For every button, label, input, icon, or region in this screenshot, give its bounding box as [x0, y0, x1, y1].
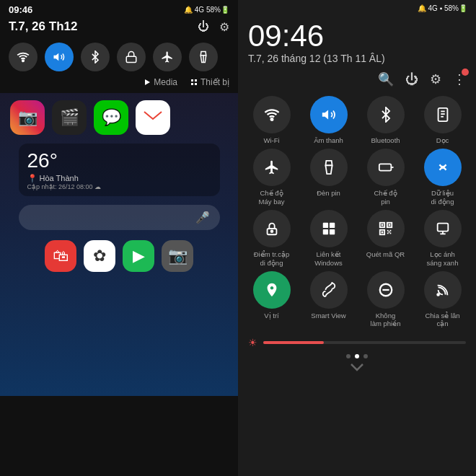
svg-rect-31: [389, 233, 391, 234]
battery-circle: [367, 149, 405, 186]
instagram-icon[interactable]: 📷: [10, 100, 45, 135]
dnd-circle: [367, 271, 405, 309]
settings-icon[interactable]: ⚙: [219, 20, 229, 34]
tile-torch[interactable]: Đèn pin: [302, 149, 355, 206]
svg-point-17: [270, 230, 273, 232]
svg-rect-19: [329, 223, 334, 228]
brightness-row: ☀: [238, 331, 476, 351]
device-btn[interactable]: Thiết bị: [190, 77, 229, 87]
svg-rect-29: [389, 230, 391, 232]
sound-toggle[interactable]: [45, 43, 74, 71]
tile-wifi[interactable]: Wi-Fi: [245, 96, 298, 144]
play-icon[interactable]: ▶: [123, 240, 154, 272]
svg-point-9: [270, 118, 273, 120]
tile-doc-label: Dọc: [436, 136, 449, 144]
search-action-icon[interactable]: 🔍: [378, 71, 394, 87]
svg-rect-25: [388, 224, 390, 226]
wifi-toggle[interactable]: [9, 43, 38, 71]
svg-rect-5: [195, 79, 197, 81]
tile-bluetooth[interactable]: Bluetooth: [359, 96, 412, 144]
line-icon[interactable]: 💬: [94, 100, 128, 135]
brightness-slider[interactable]: [263, 341, 466, 344]
weather-update: Cập nhật: 26/12 08:00 ☁: [27, 183, 211, 190]
svg-rect-6: [191, 83, 193, 85]
tile-windows[interactable]: Liên kếtWindows: [302, 210, 355, 267]
svg-rect-23: [381, 224, 383, 226]
right-date: T.7, 26 tháng 12 (13 Th 11 ÂL): [248, 53, 466, 64]
hotspot-circle: [253, 210, 291, 247]
data-circle: [424, 149, 462, 186]
tile-location-label: Vị trí: [264, 312, 278, 319]
svg-rect-4: [191, 79, 193, 81]
tile-airplane[interactable]: Chế độMáy bay: [245, 149, 298, 206]
svg-rect-27: [381, 232, 383, 234]
tile-wifi-label: Wi-Fi: [263, 136, 279, 144]
shop-icon[interactable]: 🛍: [45, 240, 76, 272]
airplane-toggle[interactable]: [153, 43, 182, 71]
right-status-icons: 🔔 4G ▪ 58%🔋: [418, 4, 467, 12]
right-action-row: 🔍 ⏻ ⚙ ⋮: [238, 67, 476, 93]
left-date-row: T.7, 26 Th12 ⏻ ⚙: [0, 18, 238, 40]
tile-location[interactable]: Vị trí: [245, 271, 298, 328]
lock-toggle[interactable]: [117, 43, 146, 71]
left-date: T.7, 26 Th12: [9, 19, 77, 34]
location-circle: [253, 271, 291, 309]
more-action-icon[interactable]: ⋮: [453, 71, 466, 87]
weather-widget: 26° 📍 Hòa Thành Cập nhật: 26/12 08:00 ☁: [19, 144, 220, 196]
tile-doc[interactable]: Dọc: [416, 96, 469, 144]
tile-dnd[interactable]: Khônglàm phiền: [359, 271, 412, 328]
left-panel: 09:46 🔔 4G 58%🔋 T.7, 26 Th12 ⏻ ⚙: [0, 0, 238, 476]
tile-hotspot[interactable]: Điểm tr.cậpdi động: [245, 210, 298, 267]
bluetooth-toggle[interactable]: [81, 43, 110, 71]
tile-airplane-label: Chế độMáy bay: [259, 189, 285, 206]
video-icon[interactable]: 🎬: [52, 100, 87, 135]
tile-data[interactable]: Dữ liệudi động: [416, 149, 469, 206]
power-icon[interactable]: ⏻: [198, 20, 209, 34]
nav-dot-1[interactable]: [346, 354, 351, 358]
tile-bluelight[interactable]: Lọc ánhsáng xanh: [416, 210, 469, 267]
right-time-block: 09:46 T.7, 26 tháng 12 (13 Th 11 ÂL): [238, 15, 476, 67]
tile-bluetooth-label: Bluetooth: [371, 136, 400, 144]
brightness-sun-icon: ☀: [248, 337, 257, 348]
tile-battery[interactable]: Chế độpin: [359, 149, 412, 206]
torch-toggle[interactable]: [189, 43, 218, 71]
svg-rect-33: [437, 224, 448, 232]
nav-dot-2[interactable]: [355, 354, 359, 358]
bluetooth-circle: [367, 96, 405, 133]
settings-action-icon[interactable]: ⚙: [430, 71, 441, 87]
tile-sound[interactable]: Âm thanh: [302, 96, 355, 144]
weather-location: 📍 Hòa Thành: [27, 174, 211, 183]
svg-marker-3: [145, 79, 150, 85]
tile-qr[interactable]: Quét mã QR: [359, 210, 412, 267]
sound-circle: [310, 96, 348, 133]
search-bar[interactable]: 🎤: [19, 205, 220, 230]
chevron-down-icon[interactable]: [238, 363, 476, 374]
tile-windows-label: Liên kếtWindows: [314, 250, 343, 267]
svg-rect-30: [387, 233, 388, 234]
media-device-row: Media Thiết bị: [0, 77, 238, 93]
weather-temp: 26°: [27, 149, 211, 172]
left-battery: 58%🔋: [206, 6, 229, 14]
airplane-circle: [253, 149, 291, 186]
media-btn[interactable]: Media: [144, 77, 177, 87]
svg-point-0: [22, 60, 24, 61]
nav-dot-3[interactable]: [363, 354, 368, 358]
flower-icon[interactable]: ✿: [84, 240, 115, 272]
left-date-actions[interactable]: ⏻ ⚙: [198, 20, 229, 34]
wifi-circle: [253, 96, 291, 133]
tile-qr-label: Quét mã QR: [366, 250, 405, 258]
tile-sound-label: Âm thanh: [314, 136, 343, 144]
notification-badge: [462, 69, 469, 76]
nearby-circle: [424, 271, 462, 309]
power-action-icon[interactable]: ⏻: [405, 72, 418, 87]
gmail-icon[interactable]: [136, 100, 170, 135]
tile-nearby[interactable]: Chia sẻ lâncận: [416, 271, 469, 328]
svg-rect-1: [126, 56, 136, 62]
svg-rect-21: [329, 229, 334, 234]
mic-icon[interactable]: 🎤: [195, 211, 210, 224]
svg-rect-28: [387, 230, 388, 232]
camera-dock-icon[interactable]: 📷: [162, 240, 193, 272]
tile-smartview[interactable]: Smart View: [302, 271, 355, 328]
torch-circle: [310, 149, 348, 186]
left-status-signal: 🔔 4G: [184, 6, 204, 14]
